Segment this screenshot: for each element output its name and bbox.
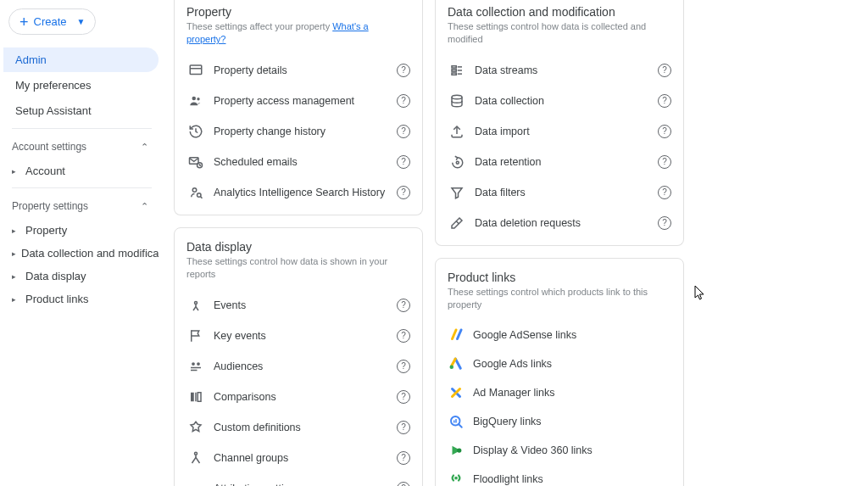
row-scheduled-emails[interactable]: Scheduled emails ? bbox=[175, 147, 422, 177]
help-icon[interactable]: ? bbox=[397, 125, 410, 138]
row-label: Channel groups bbox=[214, 452, 397, 464]
help-icon[interactable]: ? bbox=[397, 155, 410, 169]
search-person-icon bbox=[186, 183, 205, 202]
svg-rect-17 bbox=[198, 392, 201, 401]
custom-icon bbox=[186, 418, 205, 437]
events-icon bbox=[186, 296, 205, 315]
row-comparisons[interactable]: Comparisons ? bbox=[175, 382, 422, 412]
row-audiences[interactable]: Audiences ? bbox=[175, 351, 422, 382]
data-display-subtitle: These settings control how data is shown… bbox=[186, 255, 410, 282]
row-data-filters[interactable]: Data filters ? bbox=[436, 177, 683, 208]
help-icon[interactable]: ? bbox=[658, 64, 671, 77]
row-adsense-links[interactable]: Google AdSense links bbox=[436, 321, 683, 349]
divider bbox=[12, 187, 152, 188]
row-label: Google Ads links bbox=[473, 358, 671, 370]
svg-point-2 bbox=[192, 97, 197, 101]
row-property-access[interactable]: Property access management ? bbox=[175, 86, 422, 116]
nav-admin[interactable]: Admin bbox=[3, 47, 159, 72]
svg-rect-0 bbox=[190, 65, 202, 75]
create-button[interactable]: + Create ▼ bbox=[8, 8, 96, 35]
details-icon bbox=[186, 61, 205, 80]
property-card-header: Property These settings affect your prop… bbox=[175, 0, 422, 55]
property-settings-header[interactable]: Property settings ⌃ bbox=[3, 193, 159, 219]
help-icon[interactable]: ? bbox=[658, 94, 671, 108]
help-icon[interactable]: ? bbox=[397, 186, 410, 199]
help-icon[interactable]: ? bbox=[397, 329, 410, 343]
row-google-ads-links[interactable]: Google Ads links bbox=[436, 349, 683, 378]
product-links-title: Product links bbox=[448, 271, 671, 284]
data-display-card: Data display These settings control how … bbox=[174, 227, 423, 486]
row-data-import[interactable]: Data import ? bbox=[436, 116, 683, 147]
row-label: Ad Manager links bbox=[473, 387, 671, 399]
row-data-collection[interactable]: Data collection ? bbox=[436, 86, 683, 116]
nav-data-collection[interactable]: ▸Data collection and modifica... bbox=[3, 242, 159, 265]
help-icon[interactable]: ? bbox=[397, 360, 410, 373]
row-custom-definitions[interactable]: Custom definitions ? bbox=[175, 412, 422, 443]
row-floodlight-links[interactable]: Floodlight links bbox=[436, 465, 683, 486]
row-label: Data streams bbox=[475, 64, 658, 76]
help-icon[interactable]: ? bbox=[397, 482, 410, 486]
svg-point-19 bbox=[195, 452, 198, 455]
row-data-retention[interactable]: Data retention ? bbox=[436, 147, 683, 177]
account-settings-header[interactable]: Account settings ⌃ bbox=[3, 134, 159, 159]
row-property-history[interactable]: Property change history ? bbox=[175, 116, 422, 147]
row-label: Key events bbox=[214, 330, 397, 342]
help-icon[interactable]: ? bbox=[658, 155, 671, 169]
channel-icon bbox=[186, 449, 205, 467]
row-label: Events bbox=[214, 299, 397, 311]
triangle-right-icon: ▸ bbox=[12, 167, 20, 176]
row-label: Attribution settings bbox=[214, 483, 397, 486]
nav-property[interactable]: ▸Property bbox=[3, 219, 159, 242]
row-key-events[interactable]: Key events ? bbox=[175, 321, 422, 351]
row-channel-groups[interactable]: Channel groups ? bbox=[175, 443, 422, 473]
help-icon[interactable]: ? bbox=[658, 125, 671, 138]
svg-point-3 bbox=[197, 98, 199, 100]
database-icon bbox=[448, 92, 466, 110]
triangle-right-icon: ▸ bbox=[12, 295, 20, 304]
help-icon[interactable]: ? bbox=[397, 451, 410, 465]
row-bigquery-links[interactable]: BigQuery links bbox=[436, 407, 683, 436]
floodlight-icon bbox=[448, 471, 465, 486]
property-subtitle-text: These settings affect your property bbox=[186, 21, 332, 31]
svg-point-34 bbox=[456, 161, 459, 164]
row-property-details[interactable]: Property details ? bbox=[175, 55, 422, 86]
help-icon[interactable]: ? bbox=[397, 94, 410, 108]
help-icon[interactable]: ? bbox=[397, 390, 410, 404]
row-label: Google AdSense links bbox=[473, 329, 671, 341]
svg-point-11 bbox=[192, 362, 195, 366]
google-ads-icon bbox=[448, 355, 465, 372]
plus-icon: + bbox=[19, 16, 29, 28]
svg-line-8 bbox=[201, 197, 203, 198]
help-icon[interactable]: ? bbox=[397, 421, 410, 434]
row-label: Floodlight links bbox=[473, 473, 671, 485]
chevron-up-icon: ⌃ bbox=[141, 142, 148, 153]
nav-setup-assistant[interactable]: Setup Assistant bbox=[3, 98, 159, 123]
nav-product-links[interactable]: ▸Product links bbox=[3, 288, 159, 310]
svg-rect-16 bbox=[195, 392, 197, 401]
nav-account[interactable]: ▸ Account bbox=[3, 159, 159, 182]
row-label: Scheduled emails bbox=[214, 156, 397, 168]
chevron-up-icon: ⌃ bbox=[141, 201, 148, 212]
row-label: Data filters bbox=[475, 187, 658, 198]
row-label: Audiences bbox=[214, 360, 397, 372]
help-icon[interactable]: ? bbox=[397, 64, 410, 77]
history-icon bbox=[186, 122, 205, 141]
row-attribution[interactable]: Attribution settings ? bbox=[175, 473, 422, 486]
nav-data-display[interactable]: ▸Data display bbox=[3, 265, 159, 288]
triangle-right-icon: ▸ bbox=[12, 249, 16, 258]
row-events[interactable]: Events ? bbox=[175, 290, 422, 321]
upload-icon bbox=[448, 122, 466, 141]
help-icon[interactable]: ? bbox=[658, 186, 671, 199]
help-icon[interactable]: ? bbox=[397, 299, 410, 312]
nav-my-preferences[interactable]: My preferences bbox=[3, 73, 159, 98]
row-data-deletion[interactable]: Data deletion requests ? bbox=[436, 208, 683, 238]
row-data-streams[interactable]: Data streams ? bbox=[436, 55, 683, 86]
row-dv360-links[interactable]: Display & Video 360 links bbox=[436, 436, 683, 465]
row-label: Data deletion requests bbox=[475, 217, 658, 229]
row-search-history[interactable]: Analytics Intelligence Search History ? bbox=[175, 177, 422, 208]
people-icon bbox=[186, 92, 205, 110]
svg-rect-14 bbox=[191, 369, 198, 371]
row-ad-manager-links[interactable]: Ad Manager links bbox=[436, 378, 683, 407]
help-icon[interactable]: ? bbox=[658, 216, 671, 230]
row-label: Property change history bbox=[214, 126, 397, 137]
